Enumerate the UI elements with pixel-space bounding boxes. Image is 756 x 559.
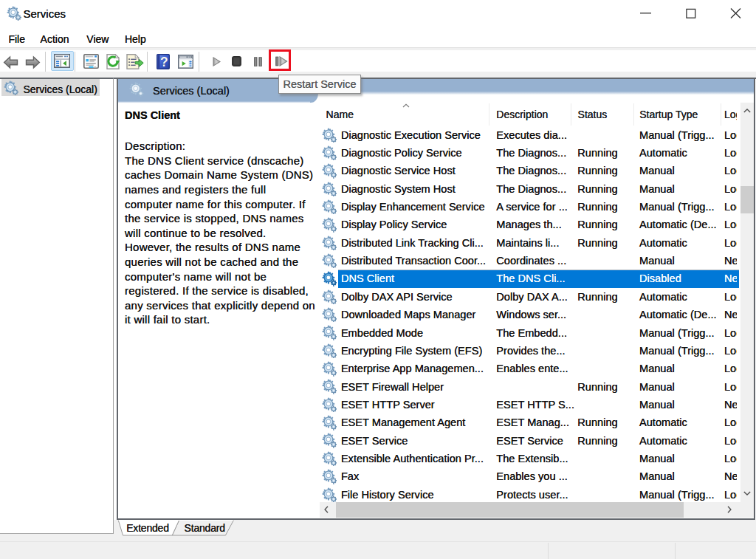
svg-text:?: ? xyxy=(160,54,168,69)
